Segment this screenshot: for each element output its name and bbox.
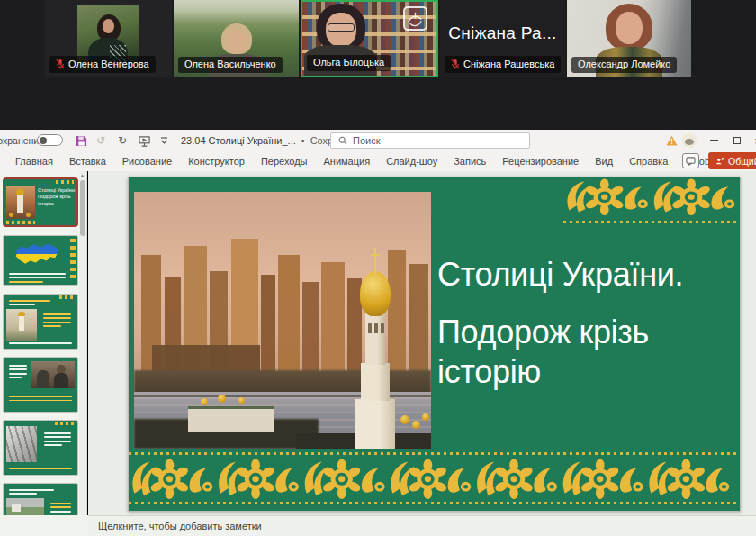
thumbnail-photo (6, 426, 37, 462)
thumbnail-slide-4-warriors[interactable] (3, 357, 78, 413)
tab-retsenzirovanie[interactable]: Рецензирование (494, 151, 587, 171)
tab-vstavka[interactable]: Вставка (61, 151, 114, 171)
slide-1-editing-surface[interactable]: Столиці України. Подорож крізь історію (128, 177, 741, 512)
participant-name-tag: Ольга Білоцька (307, 55, 391, 71)
participant-name-tag: Олександр Ломейко (572, 57, 677, 73)
notes-placeholder[interactable]: Щелкните, чтобы добавить заметки (98, 521, 262, 531)
text-line (9, 342, 72, 344)
video-tile-olena-vengerova[interactable]: Олена Венгерова (45, 0, 172, 77)
library-logo-watermark (403, 6, 428, 31)
tab-konstruktor[interactable]: Конструктор (180, 151, 253, 171)
participant-name-tag: Сніжана Рашевська (445, 56, 561, 73)
video-tile-oleksandr-lomeiko[interactable]: Олександр Ломейко (567, 0, 691, 77)
text-line (9, 377, 22, 378)
notes-pane[interactable]: Щелкните, чтобы добавить заметки (88, 515, 756, 536)
account-avatar[interactable] (682, 133, 697, 148)
restore-button[interactable] (729, 133, 745, 148)
ornament (6, 221, 35, 224)
tab-spravka[interactable]: Справка (621, 151, 676, 171)
title-separator: • (302, 135, 305, 146)
text-line (9, 304, 35, 305)
share-icon (716, 157, 724, 166)
text-line (44, 436, 71, 438)
participant-name: Олена Венгерова (68, 59, 149, 69)
text-line (9, 368, 27, 370)
thumbnail-slide-5-historic-photo[interactable] (3, 420, 78, 476)
thumbnail-title-text: Столиці України. Подорож крізь історію (38, 187, 77, 207)
bell-tower (356, 399, 395, 449)
warning-icon[interactable] (664, 133, 679, 148)
minimize-button[interactable] (706, 133, 722, 148)
ornament-band-top (563, 177, 740, 221)
tab-perekhody[interactable]: Переходы (253, 151, 316, 171)
panel-scrollbar-thumb[interactable] (80, 180, 86, 236)
participant-name: Сніжана Рашевська (464, 59, 554, 69)
tab-slide-show[interactable]: Слайд-шоу (378, 151, 446, 171)
video-tile-snizhana-rashevska[interactable]: Сніжана Ра... Сніжана Рашевська (440, 0, 565, 77)
tab-zapis[interactable]: Запись (446, 151, 494, 171)
text-line (43, 313, 71, 315)
text-line (9, 489, 54, 491)
text-line (9, 300, 50, 302)
video-tile-olena-vasylchenko[interactable]: Олена Васильченко (174, 0, 299, 77)
ribbon-tabs: Главная Вставка Рисование Конструктор Пе… (0, 151, 756, 171)
slide-editor-canvas: Столиці України. Подорож крізь історію (88, 171, 756, 515)
ornament (56, 180, 74, 184)
comments-button[interactable] (682, 153, 699, 168)
text-line (44, 432, 71, 434)
thumbnail-footer-lines (6, 466, 75, 472)
slide-thumbnail-panel: ▲ Столиці України. Подорож крізь історію (0, 171, 87, 536)
participant-name-tag: Олена Венгерова (50, 56, 156, 73)
scroll-up-arrow[interactable]: ▲ (79, 173, 86, 178)
search-input[interactable]: Поиск (330, 132, 530, 149)
ornament (70, 239, 76, 282)
participant-name-tag: Олена Васильченко (178, 57, 283, 73)
tab-glavnaya[interactable]: Главная (7, 151, 61, 171)
participant-name: Олександр Ломейко (578, 59, 670, 69)
text-line (9, 273, 66, 275)
text-line (9, 396, 72, 398)
video-conference-strip: Олена Венгерова Олена Васильченко Ольга … (0, 0, 756, 130)
thumbnail-footer-lines (6, 341, 75, 347)
thumbnail-slide-1-selected[interactable]: Столиці України. Подорож крізь історію (3, 177, 78, 227)
screen: { "colors": { "slide_green": "#1e7b55", … (0, 0, 756, 536)
slide-title-line2[interactable]: Подорож крізь історію (437, 313, 730, 392)
autosave-toggle[interactable] (37, 134, 63, 146)
text-line (44, 441, 71, 442)
slide-photo-kyiv-lavra (134, 192, 431, 449)
participant-overlay-name: Сніжана Ра... (440, 23, 565, 43)
thumbnail-slide-2-ukraine-map[interactable] (3, 235, 78, 286)
thumbnail-text-lines (40, 311, 74, 330)
tab-risovanie[interactable]: Рисование (114, 151, 180, 171)
customize-quick-access-icon[interactable] (157, 133, 171, 148)
tab-vid[interactable]: Вид (587, 151, 621, 171)
thumbnail-text-lines (41, 430, 74, 449)
text-line (9, 281, 43, 283)
lavra-ensemble (188, 406, 274, 432)
video-tile-olga-bilotska-active-speaker[interactable]: Ольга Білоцька (301, 0, 438, 77)
participant-name: Ольга Білоцька (313, 58, 384, 68)
participant-name: Олена Васильченко (184, 59, 276, 69)
undo-icon[interactable]: ↺ (94, 133, 108, 148)
text-line (50, 511, 71, 513)
slide-title-line1[interactable]: Столиці України. (437, 255, 730, 295)
redo-icon[interactable]: ↻ (115, 133, 130, 148)
tab-animatsiya[interactable]: Анимация (316, 151, 379, 171)
thumbnail-slide-3-kyiv-cathedral[interactable] (3, 294, 78, 350)
start-slideshow-icon[interactable] (137, 133, 151, 148)
thumbnail-text-lines (6, 362, 30, 381)
close-button[interactable]: × (750, 133, 756, 148)
share-button-label: Общий доступ (728, 156, 756, 167)
powerpoint-titlebar: Автосохранение ↺ ↻ 23.04 Столиці України… (0, 130, 756, 151)
thumbnail-footer-lines (6, 394, 75, 407)
share-button[interactable]: Общий доступ (708, 152, 756, 169)
text-line (43, 325, 61, 327)
ornament (59, 295, 76, 299)
text-line (9, 365, 27, 367)
panel-footer (0, 515, 88, 536)
text-line (9, 277, 66, 278)
thumbnail-photo (32, 361, 75, 388)
thumbnail-text-lines (48, 500, 74, 514)
text-line (43, 322, 71, 323)
save-icon[interactable] (74, 133, 88, 148)
